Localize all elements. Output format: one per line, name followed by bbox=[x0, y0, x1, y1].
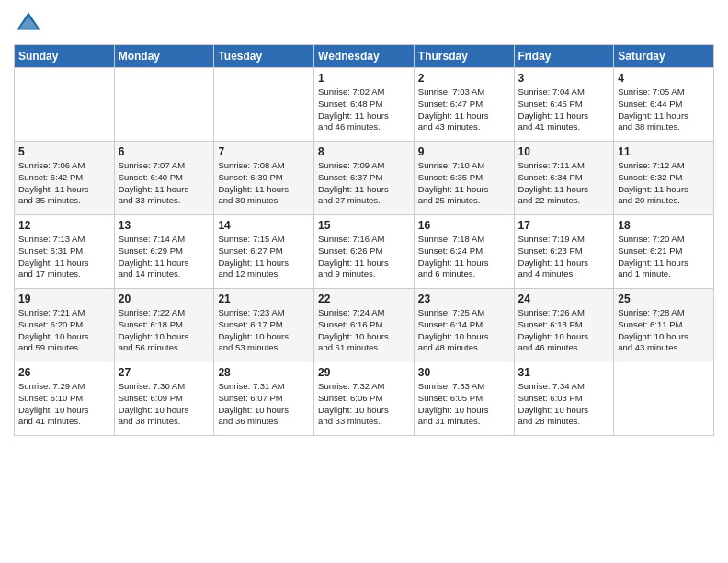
logo-icon bbox=[14, 9, 43, 39]
day-info: Sunrise: 7:07 AM Sunset: 6:40 PM Dayligh… bbox=[119, 160, 210, 207]
calendar-cell: 15Sunrise: 7:16 AM Sunset: 6:26 PM Dayli… bbox=[314, 215, 415, 289]
day-info: Sunrise: 7:33 AM Sunset: 6:05 PM Dayligh… bbox=[418, 381, 510, 428]
day-info: Sunrise: 7:23 AM Sunset: 6:17 PM Dayligh… bbox=[218, 307, 310, 354]
day-number: 14 bbox=[218, 219, 310, 232]
day-info: Sunrise: 7:26 AM Sunset: 6:13 PM Dayligh… bbox=[518, 307, 610, 354]
day-info: Sunrise: 7:32 AM Sunset: 6:06 PM Dayligh… bbox=[318, 381, 410, 428]
calendar-cell bbox=[15, 68, 115, 142]
day-number: 6 bbox=[119, 145, 210, 158]
header-thursday: Thursday bbox=[414, 45, 514, 68]
calendar-week-row: 1Sunrise: 7:02 AM Sunset: 6:48 PM Daylig… bbox=[15, 68, 714, 142]
day-number: 16 bbox=[418, 219, 510, 232]
calendar-cell: 2Sunrise: 7:03 AM Sunset: 6:47 PM Daylig… bbox=[414, 68, 514, 142]
header-tuesday: Tuesday bbox=[214, 45, 314, 68]
calendar-cell: 29Sunrise: 7:32 AM Sunset: 6:06 PM Dayli… bbox=[314, 362, 415, 436]
day-info: Sunrise: 7:24 AM Sunset: 6:16 PM Dayligh… bbox=[318, 307, 410, 354]
day-info: Sunrise: 7:28 AM Sunset: 6:11 PM Dayligh… bbox=[618, 307, 710, 354]
day-info: Sunrise: 7:30 AM Sunset: 6:09 PM Dayligh… bbox=[119, 381, 210, 428]
day-info: Sunrise: 7:34 AM Sunset: 6:03 PM Dayligh… bbox=[518, 381, 610, 428]
calendar-cell: 27Sunrise: 7:30 AM Sunset: 6:09 PM Dayli… bbox=[114, 362, 214, 436]
day-number: 18 bbox=[618, 219, 710, 232]
day-info: Sunrise: 7:21 AM Sunset: 6:20 PM Dayligh… bbox=[18, 307, 110, 354]
calendar-cell: 31Sunrise: 7:34 AM Sunset: 6:03 PM Dayli… bbox=[514, 362, 614, 436]
calendar-week-row: 26Sunrise: 7:29 AM Sunset: 6:10 PM Dayli… bbox=[15, 362, 714, 436]
calendar-cell: 9Sunrise: 7:10 AM Sunset: 6:35 PM Daylig… bbox=[414, 142, 514, 215]
calendar-cell: 17Sunrise: 7:19 AM Sunset: 6:23 PM Dayli… bbox=[514, 215, 614, 289]
day-number: 2 bbox=[418, 72, 510, 85]
day-number: 23 bbox=[418, 293, 510, 305]
calendar-cell: 24Sunrise: 7:26 AM Sunset: 6:13 PM Dayli… bbox=[514, 289, 614, 362]
calendar-cell bbox=[614, 362, 714, 436]
day-info: Sunrise: 7:19 AM Sunset: 6:23 PM Dayligh… bbox=[518, 234, 610, 281]
calendar-week-row: 19Sunrise: 7:21 AM Sunset: 6:20 PM Dayli… bbox=[15, 289, 714, 362]
calendar-cell: 19Sunrise: 7:21 AM Sunset: 6:20 PM Dayli… bbox=[15, 289, 115, 362]
day-info: Sunrise: 7:13 AM Sunset: 6:31 PM Dayligh… bbox=[18, 234, 110, 281]
day-number: 1 bbox=[318, 72, 410, 85]
header bbox=[14, 9, 714, 39]
calendar-cell: 28Sunrise: 7:31 AM Sunset: 6:07 PM Dayli… bbox=[214, 362, 314, 436]
calendar-cell bbox=[114, 68, 214, 142]
day-info: Sunrise: 7:31 AM Sunset: 6:07 PM Dayligh… bbox=[218, 381, 310, 428]
logo bbox=[14, 9, 47, 39]
day-number: 7 bbox=[218, 145, 310, 158]
day-number: 15 bbox=[318, 219, 410, 232]
day-info: Sunrise: 7:02 AM Sunset: 6:48 PM Dayligh… bbox=[318, 86, 410, 133]
header-saturday: Saturday bbox=[614, 45, 714, 68]
day-number: 26 bbox=[18, 366, 110, 379]
calendar-cell: 21Sunrise: 7:23 AM Sunset: 6:17 PM Dayli… bbox=[214, 289, 314, 362]
day-info: Sunrise: 7:18 AM Sunset: 6:24 PM Dayligh… bbox=[418, 234, 510, 281]
calendar-cell: 12Sunrise: 7:13 AM Sunset: 6:31 PM Dayli… bbox=[15, 215, 115, 289]
calendar-cell: 23Sunrise: 7:25 AM Sunset: 6:14 PM Dayli… bbox=[414, 289, 514, 362]
day-number: 10 bbox=[518, 145, 610, 158]
day-info: Sunrise: 7:16 AM Sunset: 6:26 PM Dayligh… bbox=[318, 234, 410, 281]
day-info: Sunrise: 7:25 AM Sunset: 6:14 PM Dayligh… bbox=[418, 307, 510, 354]
calendar-cell: 13Sunrise: 7:14 AM Sunset: 6:29 PM Dayli… bbox=[114, 215, 214, 289]
page: Sunday Monday Tuesday Wednesday Thursday… bbox=[0, 0, 728, 563]
calendar-header: Sunday Monday Tuesday Wednesday Thursday… bbox=[15, 45, 714, 68]
calendar-cell: 16Sunrise: 7:18 AM Sunset: 6:24 PM Dayli… bbox=[414, 215, 514, 289]
day-number: 28 bbox=[218, 366, 310, 379]
day-number: 25 bbox=[618, 293, 710, 305]
day-info: Sunrise: 7:14 AM Sunset: 6:29 PM Dayligh… bbox=[119, 234, 210, 281]
calendar-week-row: 12Sunrise: 7:13 AM Sunset: 6:31 PM Dayli… bbox=[15, 215, 714, 289]
calendar-cell: 11Sunrise: 7:12 AM Sunset: 6:32 PM Dayli… bbox=[614, 142, 714, 215]
calendar-table: Sunday Monday Tuesday Wednesday Thursday… bbox=[14, 44, 714, 436]
calendar-cell: 8Sunrise: 7:09 AM Sunset: 6:37 PM Daylig… bbox=[314, 142, 415, 215]
day-info: Sunrise: 7:04 AM Sunset: 6:45 PM Dayligh… bbox=[518, 86, 610, 133]
day-number: 29 bbox=[318, 366, 410, 379]
calendar-cell: 5Sunrise: 7:06 AM Sunset: 6:42 PM Daylig… bbox=[15, 142, 115, 215]
calendar-cell: 18Sunrise: 7:20 AM Sunset: 6:21 PM Dayli… bbox=[614, 215, 714, 289]
calendar-cell: 22Sunrise: 7:24 AM Sunset: 6:16 PM Dayli… bbox=[314, 289, 415, 362]
calendar-cell: 7Sunrise: 7:08 AM Sunset: 6:39 PM Daylig… bbox=[214, 142, 314, 215]
day-number: 21 bbox=[218, 293, 310, 305]
calendar-cell: 20Sunrise: 7:22 AM Sunset: 6:18 PM Dayli… bbox=[114, 289, 214, 362]
day-number: 13 bbox=[119, 219, 210, 232]
calendar-cell bbox=[214, 68, 314, 142]
calendar-cell: 1Sunrise: 7:02 AM Sunset: 6:48 PM Daylig… bbox=[314, 68, 415, 142]
day-info: Sunrise: 7:12 AM Sunset: 6:32 PM Dayligh… bbox=[618, 160, 710, 207]
calendar-cell: 6Sunrise: 7:07 AM Sunset: 6:40 PM Daylig… bbox=[114, 142, 214, 215]
day-info: Sunrise: 7:08 AM Sunset: 6:39 PM Dayligh… bbox=[218, 160, 310, 207]
day-info: Sunrise: 7:11 AM Sunset: 6:34 PM Dayligh… bbox=[518, 160, 610, 207]
day-info: Sunrise: 7:22 AM Sunset: 6:18 PM Dayligh… bbox=[119, 307, 210, 354]
day-number: 27 bbox=[119, 366, 210, 379]
day-info: Sunrise: 7:29 AM Sunset: 6:10 PM Dayligh… bbox=[18, 381, 110, 428]
day-info: Sunrise: 7:09 AM Sunset: 6:37 PM Dayligh… bbox=[318, 160, 410, 207]
day-number: 12 bbox=[18, 219, 110, 232]
calendar-body: 1Sunrise: 7:02 AM Sunset: 6:48 PM Daylig… bbox=[15, 68, 714, 436]
day-info: Sunrise: 7:15 AM Sunset: 6:27 PM Dayligh… bbox=[218, 234, 310, 281]
day-number: 8 bbox=[318, 145, 410, 158]
header-wednesday: Wednesday bbox=[314, 45, 415, 68]
day-number: 19 bbox=[18, 293, 110, 305]
day-info: Sunrise: 7:20 AM Sunset: 6:21 PM Dayligh… bbox=[618, 234, 710, 281]
day-number: 11 bbox=[618, 145, 710, 158]
calendar-cell: 30Sunrise: 7:33 AM Sunset: 6:05 PM Dayli… bbox=[414, 362, 514, 436]
day-number: 4 bbox=[618, 72, 710, 85]
header-row: Sunday Monday Tuesday Wednesday Thursday… bbox=[15, 45, 714, 68]
day-number: 3 bbox=[518, 72, 610, 85]
day-number: 17 bbox=[518, 219, 610, 232]
calendar-cell: 25Sunrise: 7:28 AM Sunset: 6:11 PM Dayli… bbox=[614, 289, 714, 362]
header-sunday: Sunday bbox=[15, 45, 115, 68]
day-info: Sunrise: 7:03 AM Sunset: 6:47 PM Dayligh… bbox=[418, 86, 510, 133]
calendar-cell: 10Sunrise: 7:11 AM Sunset: 6:34 PM Dayli… bbox=[514, 142, 614, 215]
